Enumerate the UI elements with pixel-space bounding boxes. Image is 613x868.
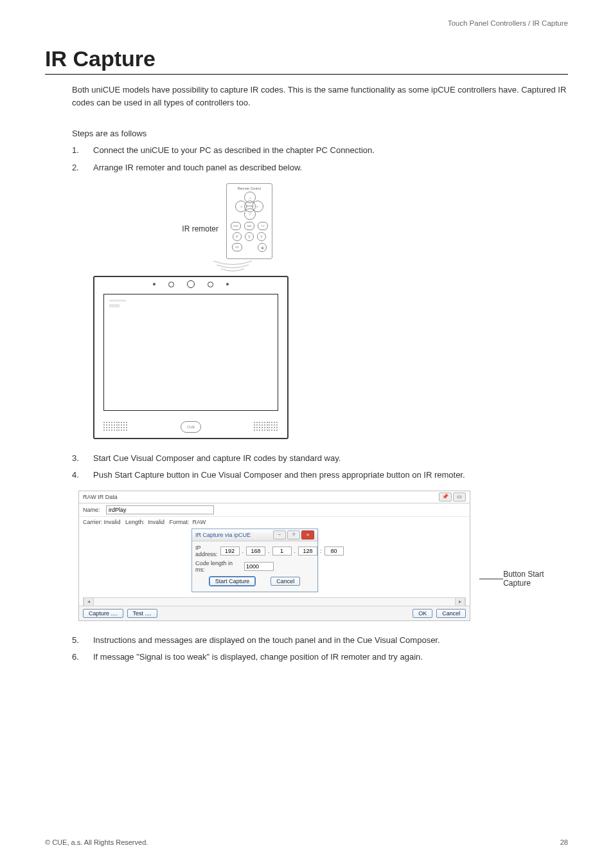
step-4: 4. Push Start Capture button in Cue Visu…	[72, 469, 568, 482]
remote-s-button: S	[245, 232, 254, 241]
step-4-text: Push Start Capture button in Cue Visual …	[93, 469, 465, 482]
step-5-num: 5.	[72, 634, 85, 647]
ip2-field[interactable]	[246, 547, 265, 556]
panel-screen	[103, 294, 278, 411]
ok-button[interactable]: OK	[413, 609, 432, 618]
step-2: 2. Arrange IR remoter and touch panel as…	[72, 161, 568, 174]
ip4-field[interactable]	[298, 547, 317, 556]
raw-ir-data-titlebar: RAW IR Data 📌 ▭	[79, 491, 470, 503]
scroll-left-icon[interactable]: ◂	[84, 598, 94, 606]
remote-tv-button: TV	[258, 222, 268, 230]
ir-waves-icon	[207, 259, 258, 276]
code-length-field[interactable]	[244, 562, 274, 571]
panel-bottom-row: CUE	[94, 421, 287, 433]
remote-dpad: △ ▽ ◁ ▷ MENU	[235, 192, 263, 220]
remote-title: Remote Control	[238, 186, 261, 190]
raw-ir-data-window: RAW IR Data 📌 ▭ Name: Carrier: Invalid L…	[78, 491, 470, 621]
sensor-mid-icon	[208, 282, 213, 287]
close-icon[interactable]: ×	[301, 530, 314, 539]
ip3-field[interactable]	[272, 547, 292, 556]
figure-screenshot-wrap: RAW IR Data 📌 ▭ Name: Carrier: Invalid L…	[78, 491, 568, 621]
cancel-inner-button[interactable]: Cancel	[271, 577, 300, 586]
ip-row: IP address: . . . :	[195, 545, 314, 557]
touch-panel-illustration: CUE	[93, 276, 289, 439]
step-2-text: Arrange IR remoter and touch panel as de…	[93, 161, 302, 174]
cancel-button[interactable]: Cancel	[436, 609, 466, 618]
step-6: 6. If message "Signal is too weak" is di…	[72, 651, 568, 664]
figure-remote-and-panel: IR remoter Remote Control △ ▽ ◁ ▷ MENU D…	[85, 183, 297, 439]
restore-icon[interactable]: ▭	[453, 493, 466, 502]
page-title: IR Capture	[45, 46, 568, 71]
name-field[interactable]	[106, 505, 214, 514]
remote-menu-button: MENU	[244, 201, 256, 212]
remote-dvd-button: DVD	[231, 222, 241, 230]
step-1-num: 1.	[72, 144, 85, 157]
capture-button[interactable]: Capture ....	[83, 609, 123, 618]
remote-row-1: DVD SAT TV	[231, 222, 268, 230]
sensor-dot-icon	[153, 283, 155, 285]
remote-v-button: V	[257, 232, 266, 241]
step-5-text: Instructions and messages are displayed …	[93, 634, 440, 647]
step-2-num: 2.	[72, 161, 85, 174]
callout-line	[479, 579, 503, 579]
outer-footer: ◂ ▸ Capture .... Test .... OK Cancel	[79, 606, 470, 620]
remote-control-illustration: Remote Control △ ▽ ◁ ▷ MENU DVD SAT TV	[226, 183, 272, 259]
step-5: 5. Instructions and messages are display…	[72, 634, 568, 647]
port-field[interactable]	[324, 547, 344, 556]
speaker-grille-left-icon	[103, 422, 128, 432]
len-label: Code length in ms:	[195, 560, 242, 573]
test-button[interactable]: Test ....	[127, 609, 157, 618]
sensor-mid-icon	[168, 282, 174, 287]
callout-start-capture: Button Start Capture	[503, 570, 568, 588]
step-3-num: 3.	[72, 452, 85, 465]
ip-label: IP address:	[195, 545, 218, 557]
minimize-icon[interactable]: −	[273, 530, 286, 539]
start-capture-button[interactable]: Start Capture	[209, 577, 256, 586]
horizontal-scrollbar[interactable]: ◂ ▸	[83, 597, 466, 606]
len-row: Code length in ms:	[195, 560, 314, 573]
page-footer: © CUE, a.s. All Rights Reserved. 28	[45, 838, 568, 846]
footer-page-number: 28	[560, 838, 568, 846]
window-buttons: 📌 ▭	[439, 493, 466, 502]
step-4-num: 4.	[72, 469, 85, 482]
name-row: Name:	[79, 503, 470, 517]
ir-capture-dialog: IR Capture via ipCUE − ? × IP address: .	[191, 529, 318, 592]
sensor-big-icon	[187, 280, 195, 288]
steps-list-3: 5. Instructions and messages are display…	[72, 634, 568, 664]
speaker-grille-right-icon	[254, 422, 278, 432]
scroll-right-icon[interactable]: ▸	[455, 598, 465, 606]
step-6-num: 6.	[72, 651, 85, 664]
step-3: 3. Start Cue Visual Composer and capture…	[72, 452, 568, 465]
step-6-text: If message "Signal is too weak" is displ…	[93, 651, 423, 664]
step-1: 1. Connect the uniCUE to your PC as desc…	[72, 144, 568, 157]
footer-copyright: © CUE, a.s. All Rights Reserved.	[45, 838, 148, 846]
step-3-text: Start Cue Visual Composer and capture IR…	[93, 452, 341, 465]
steps-list-2: 3. Start Cue Visual Composer and capture…	[72, 452, 568, 482]
step-1-text: Connect the uniCUE to your PC as describ…	[93, 144, 375, 157]
ir-capture-title: IR Capture via ipCUE	[195, 532, 251, 538]
status-row: Carrier: Invalid Length: Invalid Format:…	[79, 517, 470, 527]
ir-remoter-label: IR remoter	[109, 208, 226, 233]
help-icon[interactable]: ?	[287, 530, 300, 539]
raw-ir-data-title: RAW IR Data	[83, 494, 118, 500]
remote-fr-button: FR	[232, 243, 242, 251]
panel-sensor-row	[94, 277, 287, 288]
ir-capture-body: IP address: . . . : Code length in ms:	[192, 541, 317, 592]
remote-p-button: P	[233, 232, 242, 241]
ip1-field[interactable]	[220, 547, 240, 556]
steps-intro: Steps are as follows	[72, 127, 568, 140]
panel-logo: CUE	[181, 421, 201, 433]
intro-paragraph: Both uniCUE models have possibility to c…	[72, 84, 568, 109]
ir-capture-titlebar: IR Capture via ipCUE − ? ×	[192, 529, 317, 541]
panel-screen-content	[109, 300, 272, 311]
inner-button-row: Start Capture Cancel	[195, 575, 314, 588]
pin-icon[interactable]: 📌	[439, 493, 452, 502]
name-label: Name:	[83, 507, 102, 513]
remote-row-3: FR ⏻	[232, 243, 267, 252]
title-rule	[45, 74, 568, 75]
remote-sat-button: SAT	[244, 222, 254, 230]
steps-list-1: 1. Connect the uniCUE to your PC as desc…	[72, 144, 568, 174]
breadcrumb: Touch Panel Controllers / IR Capture	[45, 19, 568, 27]
outer-body: IR Capture via ipCUE − ? × IP address: .	[79, 527, 470, 606]
sensor-dot-icon	[226, 283, 229, 285]
